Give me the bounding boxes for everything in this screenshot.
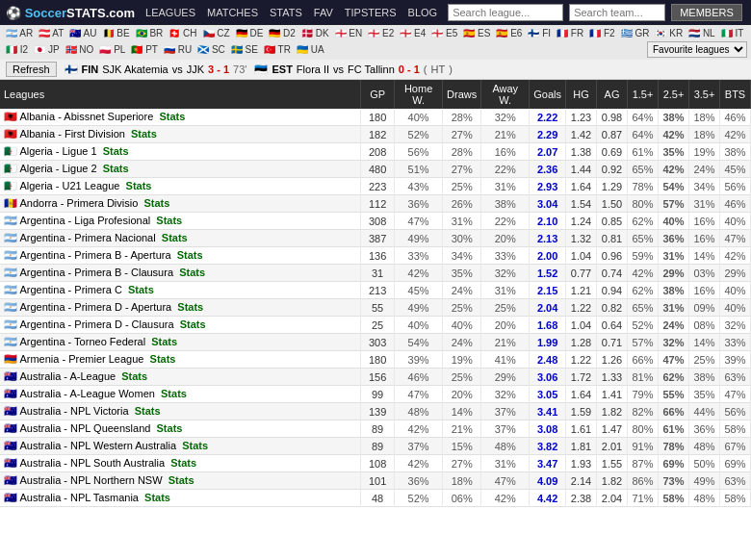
flag-e5[interactable]: 🏴󠁧󠁢󠁥󠁮󠁧󠁿 E5 xyxy=(429,27,459,39)
flag-ch[interactable]: 🇨🇭 CH xyxy=(167,27,198,39)
goals-cell[interactable]: 2.04 xyxy=(530,299,566,317)
stats-button[interactable]: Stats xyxy=(170,457,196,469)
league-name-text[interactable]: Argentina - Primera B - Clausura xyxy=(19,267,173,278)
league-name-text[interactable]: Algeria - Ligue 1 xyxy=(19,145,96,157)
flag-fi[interactable]: 🇫🇮 FI xyxy=(526,27,553,39)
stats-button[interactable]: Stats xyxy=(131,128,157,140)
flag-dk[interactable]: 🇩🇰 DK xyxy=(299,27,331,39)
search-team-input[interactable] xyxy=(569,4,665,21)
members-button[interactable]: MEMBERS xyxy=(671,4,742,21)
goals-cell[interactable]: 3.47 xyxy=(530,455,566,472)
goals-cell[interactable]: 4.42 xyxy=(530,490,566,507)
league-name-text[interactable]: Argentina - Torneo Federal xyxy=(19,336,145,347)
league-name-text[interactable]: Armenia - Premier League xyxy=(19,353,143,365)
league-name-text[interactable]: Algeria - U21 League xyxy=(19,180,119,191)
flag-en[interactable]: 🏴󠁧󠁢󠁥󠁮󠁧󠁿 EN xyxy=(333,27,365,39)
stats-button[interactable]: Stats xyxy=(162,232,188,243)
goals-cell[interactable]: 3.82 xyxy=(530,438,566,455)
stats-button[interactable]: Stats xyxy=(135,405,161,417)
flag-pt[interactable]: 🇵🇹 PT xyxy=(129,43,160,56)
league-name-text[interactable]: Australia - NPL Victoria xyxy=(19,405,128,417)
flag-ar[interactable]: 🇦🇷 AR xyxy=(4,27,35,39)
flag-e6[interactable]: 🇪🇸 E6 xyxy=(494,27,524,39)
flag-at[interactable]: 🇦🇹 AT xyxy=(37,27,65,39)
league-name-text[interactable]: Australia - A-League xyxy=(19,370,116,382)
stats-button[interactable]: Stats xyxy=(157,422,183,434)
stats-button[interactable]: Stats xyxy=(103,163,129,174)
flag-jp[interactable]: 🇯🇵 JP xyxy=(32,43,61,56)
flag-se[interactable]: 🇸🇪 SE xyxy=(229,43,260,56)
flag-it[interactable]: 🇮🇹 IT xyxy=(719,27,746,39)
league-name-text[interactable]: Argentina - Primera D - Apertura xyxy=(19,301,171,313)
goals-cell[interactable]: 3.05 xyxy=(530,386,566,403)
goals-cell[interactable]: 2.13 xyxy=(530,230,566,247)
stats-button[interactable]: Stats xyxy=(159,111,185,122)
flag-tr[interactable]: 🇹🇷 TR xyxy=(262,43,293,56)
nav-leagues[interactable]: LEAGUES xyxy=(141,5,200,20)
stats-button[interactable]: Stats xyxy=(168,474,194,486)
stats-button[interactable]: Stats xyxy=(151,336,177,347)
goals-cell[interactable]: 2.10 xyxy=(530,213,566,230)
stats-button[interactable]: Stats xyxy=(177,249,203,261)
flag-de[interactable]: 🇩🇪 DE xyxy=(234,27,266,39)
goals-cell[interactable]: 1.68 xyxy=(530,317,566,334)
flag-es[interactable]: 🇪🇸 ES xyxy=(461,27,492,39)
league-name-text[interactable]: Australia - NPL Western Australia xyxy=(19,440,176,451)
flag-be[interactable]: 🇧🇪 BE xyxy=(101,27,132,39)
stats-button[interactable]: Stats xyxy=(103,145,129,157)
stats-button[interactable]: Stats xyxy=(128,284,154,295)
flag-nl[interactable]: 🇳🇱 NL xyxy=(686,27,717,39)
nav-stats[interactable]: STATS xyxy=(265,5,307,20)
goals-cell[interactable]: 2.93 xyxy=(530,178,566,195)
league-name-text[interactable]: Albania - First Division xyxy=(19,128,124,140)
flag-au[interactable]: 🇦🇺 AU xyxy=(67,27,98,39)
league-name-text[interactable]: Australia - A-League Women xyxy=(19,388,154,399)
goals-cell[interactable]: 2.29 xyxy=(530,126,566,143)
stats-button[interactable]: Stats xyxy=(126,180,152,191)
stats-button[interactable]: Stats xyxy=(177,301,203,313)
league-name-text[interactable]: Andorra - Primera Divisio xyxy=(19,197,138,209)
goals-cell[interactable]: 2.15 xyxy=(530,282,566,299)
flag-br[interactable]: 🇧🇷 BR xyxy=(134,27,166,39)
refresh-button[interactable]: Refresh xyxy=(6,62,57,77)
goals-cell[interactable]: 3.06 xyxy=(530,369,566,386)
favourite-leagues-select[interactable]: Favourite leagues xyxy=(647,41,747,58)
flag-no[interactable]: 🇳🇴 NO xyxy=(64,43,96,56)
flag-fr[interactable]: 🇫🇷 FR xyxy=(555,27,585,39)
flag-e4[interactable]: 🏴󠁧󠁢󠁥󠁮󠁧󠁿 E4 xyxy=(398,27,427,39)
stats-button[interactable]: Stats xyxy=(121,370,147,382)
goals-cell[interactable]: 2.36 xyxy=(530,161,566,178)
league-name-text[interactable]: Australia - NPL South Australia xyxy=(19,457,165,469)
stats-button[interactable]: Stats xyxy=(182,440,208,451)
stats-button[interactable]: Stats xyxy=(143,197,169,209)
flag-cz[interactable]: 🇨🇿 CZ xyxy=(201,27,232,39)
goals-cell[interactable]: 2.07 xyxy=(530,143,566,161)
goals-cell[interactable]: 1.99 xyxy=(530,334,566,351)
flag-d2[interactable]: 🇩🇪 D2 xyxy=(267,27,298,39)
goals-cell[interactable]: 2.00 xyxy=(530,247,566,265)
league-name-text[interactable]: Argentina - Primera B - Apertura xyxy=(19,249,170,261)
league-name-text[interactable]: Argentina - Primera D - Clausura xyxy=(19,318,173,330)
stats-button[interactable]: Stats xyxy=(179,267,205,278)
flag-ru[interactable]: 🇷🇺 RU xyxy=(162,43,194,56)
goals-cell[interactable]: 2.48 xyxy=(530,351,566,369)
league-name-text[interactable]: Albania - Abissnet Superiore xyxy=(19,111,153,122)
flag-ua[interactable]: 🇺🇦 UA xyxy=(295,43,326,56)
nav-fav[interactable]: FAV xyxy=(309,5,338,20)
stats-button[interactable]: Stats xyxy=(180,318,206,330)
goals-cell[interactable]: 2.22 xyxy=(530,109,566,126)
flag-e2[interactable]: 🏴󠁧󠁢󠁥󠁮󠁧󠁿 E2 xyxy=(366,27,396,39)
flag-pl[interactable]: 🇵🇱 PL xyxy=(97,43,127,56)
stats-button[interactable]: Stats xyxy=(144,492,170,503)
nav-tipsters[interactable]: TIPSTERS xyxy=(340,5,401,20)
stats-button[interactable]: Stats xyxy=(161,388,187,399)
flag-sc[interactable]: 🏴󠁧󠁢󠁳󠁣󠁴󠁿 SC xyxy=(195,43,227,56)
league-name-text[interactable]: Algeria - Ligue 2 xyxy=(19,163,96,174)
goals-cell[interactable]: 3.41 xyxy=(530,403,566,420)
flag-f2[interactable]: 🇫🇷 F2 xyxy=(587,27,616,39)
stats-button[interactable]: Stats xyxy=(156,215,182,226)
goals-cell[interactable]: 4.09 xyxy=(530,472,566,490)
league-name-text[interactable]: Australia - NPL Tasmania xyxy=(19,492,139,503)
search-league-input[interactable] xyxy=(448,4,563,21)
league-name-text[interactable]: Argentina - Primera C xyxy=(19,284,121,295)
